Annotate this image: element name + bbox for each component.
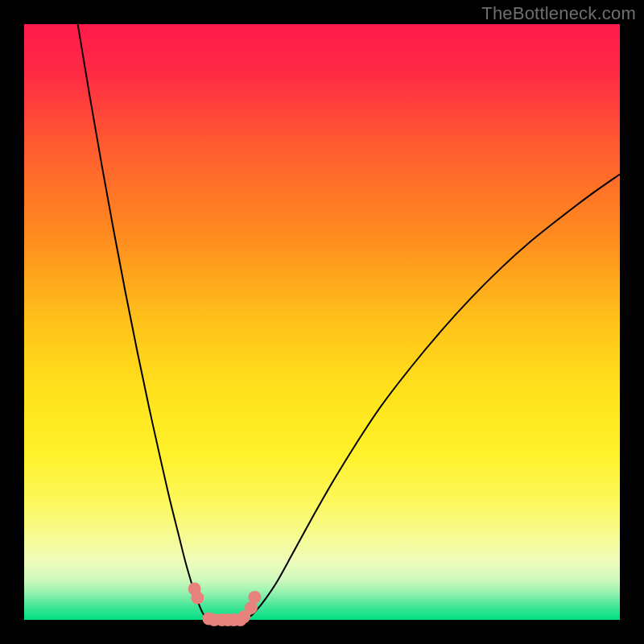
curve-layer <box>24 24 620 620</box>
plot-area <box>24 24 620 620</box>
highlight-dot <box>191 592 204 605</box>
watermark-text: TheBottleneck.com <box>481 3 636 24</box>
bottleneck-curve <box>78 24 620 620</box>
highlight-dot <box>248 591 261 604</box>
chart-frame: TheBottleneck.com <box>0 0 644 644</box>
